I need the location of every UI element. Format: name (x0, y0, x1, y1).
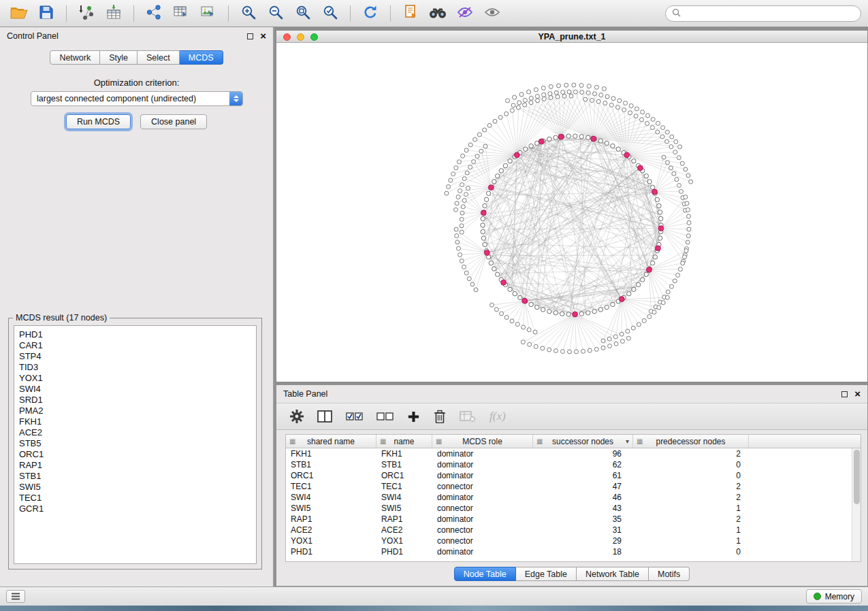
table-row[interactable]: FKH1FKH1dominator962 (286, 448, 852, 459)
leaf-node[interactable] (596, 99, 600, 103)
leaf-node[interactable] (665, 139, 669, 144)
mcds-result-item[interactable]: PHD1 (19, 329, 251, 340)
mcds-result-item[interactable]: STB5 (19, 438, 251, 449)
leaf-node[interactable] (680, 161, 684, 165)
close-window-traffic-light[interactable] (283, 33, 291, 41)
leaf-node[interactable] (490, 303, 494, 307)
leaf-node[interactable] (681, 261, 685, 265)
leaf-node[interactable] (529, 101, 533, 105)
ring-node[interactable] (659, 216, 663, 220)
column-header-predecessor-nodes[interactable]: ▦ predecessor nodes (633, 435, 749, 448)
leaf-node[interactable] (460, 217, 464, 221)
leaf-node[interactable] (670, 135, 674, 139)
ring-node[interactable] (508, 287, 512, 291)
find-button[interactable] (425, 3, 450, 24)
refresh-layout-button[interactable] (358, 3, 383, 24)
table-row[interactable]: YOX1YOX1connector291 (286, 535, 852, 546)
leaf-node[interactable] (662, 155, 666, 159)
leaf-node[interactable] (457, 246, 461, 250)
dominator-node[interactable] (624, 152, 630, 158)
leaf-node[interactable] (513, 95, 517, 99)
column-header-successor-nodes[interactable]: ▦ successor nodes ▾ (533, 435, 633, 448)
ring-node[interactable] (647, 180, 652, 184)
zoom-fit-button[interactable] (291, 3, 315, 24)
mcds-result-item[interactable]: SRD1 (19, 395, 251, 406)
leaf-node[interactable] (642, 318, 646, 323)
leaf-node[interactable] (660, 135, 664, 139)
create-column-button[interactable] (407, 410, 420, 423)
zoom-in-button[interactable] (236, 3, 261, 24)
leaf-node[interactable] (673, 279, 677, 283)
leaf-node[interactable] (601, 346, 605, 350)
network-titlebar[interactable]: YPA_prune.txt_1 (276, 31, 867, 43)
leaf-node[interactable] (534, 344, 538, 348)
leaf-node[interactable] (614, 342, 618, 346)
leaf-node[interactable] (534, 88, 538, 92)
ring-node[interactable] (658, 236, 662, 240)
ring-node[interactable] (481, 236, 485, 240)
import-network-button[interactable] (74, 3, 99, 24)
table-row[interactable]: SWI4SWI4dominator462 (286, 492, 852, 503)
leaf-node[interactable] (549, 84, 553, 88)
leaf-node[interactable] (624, 101, 628, 105)
save-session-button[interactable] (34, 3, 59, 24)
leaf-node[interactable] (665, 295, 669, 299)
leaf-node[interactable] (601, 339, 605, 343)
maximize-window-traffic-light[interactable] (310, 33, 318, 41)
dominator-node[interactable] (591, 136, 596, 142)
leaf-node[interactable] (670, 284, 674, 288)
leaf-node[interactable] (588, 348, 592, 352)
dominator-node[interactable] (619, 297, 624, 302)
ring-node[interactable] (605, 141, 609, 145)
table-scrollbar[interactable] (852, 448, 861, 561)
leaf-node[interactable] (685, 201, 689, 205)
leaf-node[interactable] (581, 349, 585, 353)
leaf-node[interactable] (494, 308, 498, 312)
ring-node[interactable] (524, 147, 528, 151)
float-panel-icon[interactable] (247, 33, 253, 39)
leaf-node[interactable] (672, 171, 676, 176)
dominator-node[interactable] (481, 210, 486, 216)
leaf-node[interactable] (521, 340, 525, 344)
leaf-node[interactable] (674, 139, 678, 144)
close-panel-button[interactable]: Close panel (140, 114, 207, 129)
leaf-node[interactable] (650, 126, 654, 130)
leaf-node[interactable] (533, 330, 537, 334)
ring-node[interactable] (566, 312, 570, 316)
leaf-node[interactable] (517, 101, 521, 105)
mcds-result-item[interactable]: CAR1 (19, 340, 251, 351)
leaf-node[interactable] (572, 83, 576, 87)
leaf-node[interactable] (609, 103, 613, 107)
leaf-node[interactable] (687, 227, 691, 231)
leaf-node[interactable] (460, 211, 464, 215)
ring-node[interactable] (641, 278, 645, 282)
leaf-node[interactable] (626, 329, 630, 333)
delete-column-button[interactable] (434, 410, 446, 423)
leaf-node[interactable] (686, 174, 690, 178)
leaf-node[interactable] (617, 99, 622, 103)
leaf-node[interactable] (686, 234, 690, 238)
ring-node[interactable] (486, 191, 490, 195)
leaf-node[interactable] (511, 103, 515, 108)
leaf-node[interactable] (541, 86, 545, 90)
ring-node[interactable] (644, 174, 648, 178)
leaf-node[interactable] (561, 350, 565, 354)
dominator-node[interactable] (656, 246, 661, 251)
dominator-node[interactable] (558, 134, 564, 139)
ring-node[interactable] (560, 312, 564, 316)
leaf-node[interactable] (602, 87, 606, 91)
minimize-window-traffic-light[interactable] (297, 33, 304, 41)
ring-node[interactable] (658, 210, 662, 214)
leaf-node[interactable] (460, 224, 464, 228)
column-menu-icon[interactable]: ▦ (436, 437, 442, 445)
leaf-node[interactable] (673, 150, 677, 154)
leaf-node[interactable] (677, 184, 681, 188)
leaf-node[interactable] (652, 310, 656, 314)
dominator-node[interactable] (638, 165, 643, 171)
table-row[interactable]: RAP1RAP1dominator352 (286, 514, 852, 525)
leaf-node[interactable] (500, 312, 504, 316)
ring-node[interactable] (616, 147, 620, 151)
leaf-node[interactable] (460, 230, 464, 234)
leaf-node[interactable] (456, 195, 460, 199)
network-canvas[interactable] (276, 43, 867, 382)
